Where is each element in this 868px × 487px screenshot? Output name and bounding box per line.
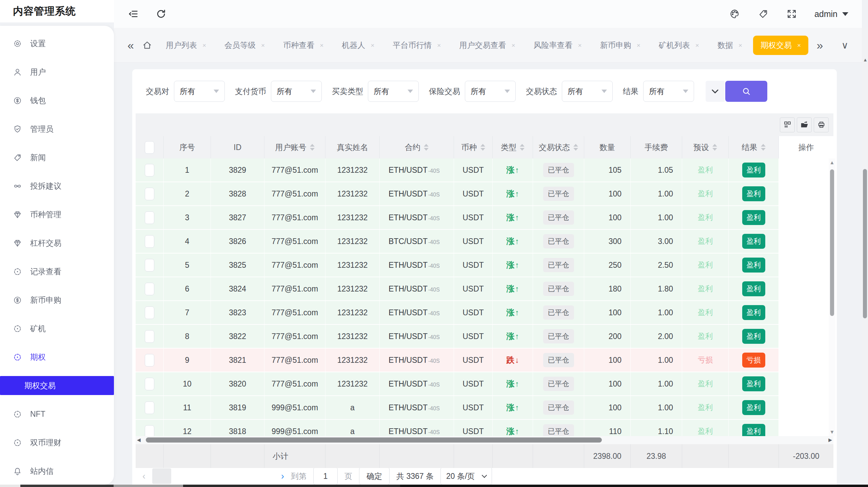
sidebar-item[interactable]: 用户 [0,58,114,86]
close-icon[interactable]: × [371,42,374,49]
filter-select[interactable]: 所有 [174,81,225,102]
scroll-up-icon[interactable]: ▲ [830,158,835,167]
sidebar-item[interactable]: 记录查看 [0,257,114,286]
row-checkbox[interactable] [145,235,154,248]
row-checkbox[interactable] [145,378,154,390]
scrollbar-thumb[interactable] [146,437,602,443]
column-header[interactable]: 真实姓名 [326,136,380,158]
close-icon[interactable]: × [261,42,265,49]
row-checkbox[interactable] [145,188,154,200]
table-tool-button[interactable] [797,117,812,132]
select-all-checkbox[interactable] [145,141,154,154]
close-icon[interactable]: × [578,42,582,49]
page-scrollbar[interactable]: ▲ [862,28,868,487]
column-header[interactable]: 用户账号 [264,136,326,158]
more-filters-button[interactable] [706,81,725,102]
row-checkbox[interactable] [145,283,154,295]
column-header[interactable]: 操作 [779,136,833,158]
sort-icon[interactable] [310,144,315,151]
scroll-down-icon[interactable]: ▼ [830,428,835,436]
filter-select[interactable]: 所有 [465,81,516,102]
search-button[interactable] [725,81,767,102]
column-header[interactable]: 预设 [682,136,729,158]
tab[interactable]: 新币申购 × [593,36,648,55]
close-icon[interactable]: × [320,42,323,49]
table-tool-button[interactable] [814,117,829,132]
scroll-left-icon[interactable]: ◀ [137,437,141,443]
scroll-up-icon[interactable]: ▲ [863,57,868,62]
tab[interactable]: 机器人 × [334,36,382,55]
sort-icon[interactable] [480,144,485,151]
column-header[interactable]: 币种 [454,136,493,158]
page-number[interactable] [178,468,197,484]
close-icon[interactable]: × [738,42,742,49]
tab[interactable]: 平台币行情 × [385,36,448,55]
sort-icon[interactable] [424,144,429,151]
sidebar-item[interactable]: 站内信 [0,457,114,485]
tabs-scroll-left-icon[interactable]: « [124,39,137,52]
header-button[interactable] [127,8,139,20]
page-number[interactable] [204,468,223,484]
sidebar-item[interactable]: 期权 [0,343,114,371]
sidebar-item[interactable]: 期权交易 [0,376,114,395]
close-icon[interactable]: × [202,42,206,49]
tab[interactable]: 用户交易查看 × [452,36,522,55]
sidebar-item[interactable]: 管理员 [0,115,114,143]
scrollbar-thumb[interactable] [830,169,834,316]
column-header[interactable]: 合约 [380,136,454,158]
header-button[interactable] [729,8,741,20]
sidebar-item[interactable]: 矿机 [0,314,114,343]
header-button[interactable] [155,8,167,20]
column-header[interactable]: 结果 [729,136,779,158]
user-menu[interactable]: admin [814,9,848,19]
close-icon[interactable]: × [695,42,699,49]
page-number[interactable] [255,468,274,484]
filter-select[interactable]: 所有 [562,81,613,102]
next-page-icon[interactable]: › [281,471,284,482]
filter-select[interactable]: 所有 [271,81,322,102]
row-checkbox[interactable] [145,211,154,224]
table-tool-button[interactable] [780,117,795,132]
header-button[interactable] [757,8,769,20]
tab[interactable]: 用户列表 × [158,36,214,55]
sidebar-item[interactable]: 杠杆交易 [0,229,114,257]
row-checkbox[interactable] [145,306,154,319]
tab[interactable]: 风险率查看 × [526,36,589,55]
sidebar-item[interactable]: NFT [0,400,114,428]
header-button[interactable] [786,8,797,20]
goto-confirm-button[interactable]: 确定 [359,467,390,485]
sidebar-item[interactable]: 双币理财 [0,428,114,457]
sort-icon[interactable] [520,144,525,151]
tab[interactable]: 会员等级 × [217,36,272,55]
sidebar-item[interactable]: 投拆建议 [0,172,114,200]
column-header[interactable]: 类型 [493,136,533,158]
home-icon[interactable] [142,40,152,50]
goto-page-input[interactable] [313,467,338,485]
table-vertical-scrollbar[interactable]: ▲ ▼ [829,158,835,436]
sort-icon[interactable] [573,144,578,151]
close-icon[interactable]: × [797,42,801,49]
tabs-collapse-icon[interactable]: ∨ [838,40,852,51]
close-icon[interactable]: × [637,42,640,49]
sidebar-item[interactable]: 设置 [0,29,114,58]
filter-select[interactable]: 所有 [368,81,419,102]
column-header[interactable]: 交易状态 [533,136,584,158]
row-checkbox[interactable] [145,164,154,176]
sort-icon[interactable] [712,144,717,151]
column-header[interactable]: ID [211,136,264,158]
tab[interactable]: 币种查看 × [276,36,331,55]
close-icon[interactable]: × [511,42,515,49]
sidebar-item[interactable]: 钱包 [0,86,114,115]
filter-select[interactable]: 所有 [643,81,694,102]
scroll-right-icon[interactable]: ▶ [828,437,832,443]
row-checkbox[interactable] [145,330,154,343]
sidebar-item[interactable]: 币种管理 [0,200,114,229]
close-icon[interactable]: × [437,42,441,49]
tab[interactable]: 数据 × [710,36,750,55]
prev-page-icon[interactable]: ‹ [142,471,145,482]
sidebar-item[interactable]: 新币申购 [0,286,114,314]
page-size-select[interactable]: 20 条/页 [440,467,492,485]
tabs-scroll-right-icon[interactable]: » [813,39,827,52]
tab[interactable]: 期权交易 × [753,36,808,55]
column-header[interactable]: 数量 [584,136,631,158]
